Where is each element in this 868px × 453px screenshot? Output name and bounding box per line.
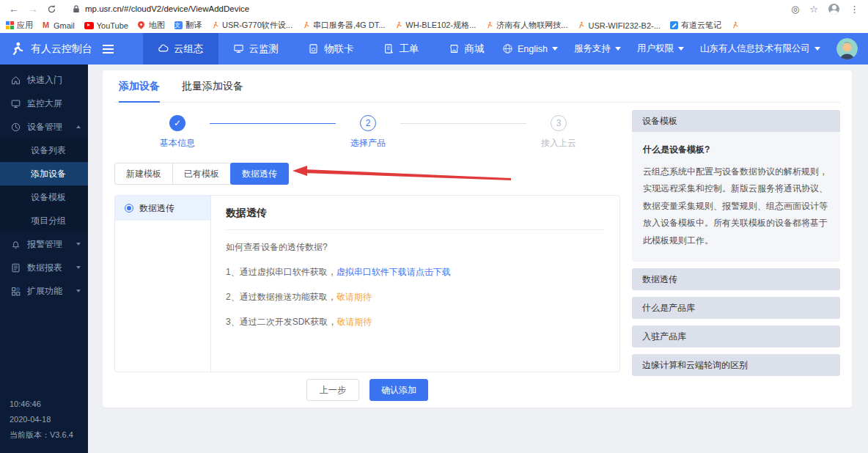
help-panel-header[interactable]: 什么是产品库 bbox=[632, 297, 840, 319]
sidebar-item-quick-start[interactable]: 快速入门 bbox=[0, 68, 88, 92]
screen-icon bbox=[11, 99, 21, 108]
gauge-icon bbox=[11, 122, 21, 132]
nav-mall[interactable]: 商城 bbox=[434, 33, 499, 65]
content-item-1: 1、通过虚拟串口软件获取，虚拟串口软件下载请点击下载 bbox=[226, 266, 605, 279]
bookmark-apps[interactable]: 应用 bbox=[6, 20, 33, 31]
download-link[interactable]: 虚拟串口软件下载请点击下载 bbox=[336, 267, 451, 277]
sidebar-footer: 10:46:46 2020-04-18 当前版本：V3.6.4 bbox=[10, 397, 73, 443]
help-panel-column: 设备模板 什么是设备模板? 云组态系统中配置与设备数据协议的解析规则，实现远程采… bbox=[632, 103, 840, 408]
collapse-menu-icon[interactable] bbox=[103, 45, 114, 54]
page-tabs: 添加设备 批量添加设备 bbox=[114, 70, 840, 103]
browser-profile-icon[interactable] bbox=[828, 4, 839, 15]
bookmark-wh-ble102[interactable]: WH-BLE102-规格... bbox=[394, 20, 476, 31]
step-select-product: 2 选择产品 bbox=[336, 115, 400, 150]
help-panel-header[interactable]: 数据透传 bbox=[632, 268, 840, 290]
passthrough-content: 数据透传 如何查看设备的透传数据? 1、通过虚拟串口软件获取，虚拟串口软件下载请… bbox=[211, 196, 619, 372]
sidebar-item-device-list[interactable]: 设备列表 bbox=[0, 139, 88, 162]
nav-work-order[interactable]: 工单 bbox=[369, 33, 434, 65]
maps-pin-icon bbox=[138, 21, 146, 29]
chevron-down-icon bbox=[678, 47, 684, 51]
browser-back-icon[interactable]: ← bbox=[9, 4, 19, 14]
chevron-down-icon bbox=[76, 290, 81, 292]
sidebar-item-data-report[interactable]: 数据报表 bbox=[0, 256, 88, 279]
sidebar-item-add-device[interactable]: 添加设备 bbox=[0, 162, 88, 185]
bookmark-gmail[interactable]: MGmail bbox=[43, 21, 75, 30]
bookmark-jinan-usr[interactable]: 济南有人物联网技... bbox=[485, 20, 567, 31]
browser-refresh-icon[interactable] bbox=[47, 4, 56, 14]
option-data-passthrough[interactable]: 数据透传 bbox=[115, 196, 210, 221]
translate-icon: 文 bbox=[174, 21, 183, 29]
grid-icon bbox=[11, 287, 21, 296]
new-template-button[interactable]: 新建模板 bbox=[114, 163, 173, 185]
sim-card-icon bbox=[308, 43, 319, 54]
sidebar-item-alarm-management[interactable]: 报警管理 bbox=[0, 232, 88, 256]
tab-add-device[interactable]: 添加设备 bbox=[119, 80, 160, 103]
data-passthrough-button[interactable]: 数据透传 bbox=[230, 163, 289, 185]
store-icon bbox=[449, 43, 460, 54]
add-device-card: 添加设备 批量添加设备 ✓ 基本信息 2 选择产品 bbox=[103, 70, 852, 408]
brand: 有人云控制台 bbox=[0, 41, 124, 57]
bookmark-youdao-note[interactable]: 有道云笔记 bbox=[670, 20, 721, 31]
content-question: 如何查看设备的透传数据? bbox=[226, 241, 605, 254]
chevron-down-icon bbox=[76, 266, 81, 269]
template-type-row: 新建模板 已有模板 数据透传 bbox=[114, 163, 620, 185]
previous-step-button[interactable]: 上一步 bbox=[306, 379, 359, 401]
bookmark-serial-server[interactable]: 串口服务器,4G DT... bbox=[302, 20, 385, 31]
app-header: 有人云控制台 云组态 云监测 物联卡 工单 商城 English 服务支持 bbox=[0, 33, 868, 65]
nav-cloud-scada[interactable]: 云组态 bbox=[143, 33, 218, 65]
existing-template-button[interactable]: 已有模板 bbox=[172, 163, 231, 185]
main-area: 添加设备 批量添加设备 ✓ 基本信息 2 选择产品 bbox=[88, 65, 868, 453]
sidebar-item-device-management[interactable]: 设备管理 bbox=[0, 115, 88, 139]
bookmark-usr-g770[interactable]: USR-G770软件设... bbox=[211, 20, 293, 31]
company-menu[interactable]: 山东有人信息技术有限公司 bbox=[700, 43, 820, 55]
bookmark-usr-wifi232[interactable]: USR-WIFI232-B2-... bbox=[577, 21, 660, 30]
help-panel-header[interactable]: 边缘计算和云端轮询的区别 bbox=[632, 354, 840, 376]
bookmark-youtube[interactable]: YouTube bbox=[84, 21, 128, 30]
browser-forward-icon[interactable]: → bbox=[28, 4, 38, 14]
user-avatar[interactable] bbox=[836, 38, 858, 59]
bell-icon bbox=[11, 240, 21, 249]
stepper: ✓ 基本信息 2 选择产品 3 接入上云 bbox=[114, 103, 620, 154]
help-panel-header[interactable]: 入驻产品库 bbox=[632, 325, 840, 347]
step-connect-cloud: 3 接入上云 bbox=[526, 115, 591, 150]
sidebar-item-device-template[interactable]: 设备模板 bbox=[0, 185, 88, 209]
bookmark-usr-extra[interactable] bbox=[731, 21, 739, 29]
browser-toolbar: ← → mp.usr.cn/#/cloudV2/device/ViewAddDe… bbox=[0, 0, 868, 18]
bookmark-translate[interactable]: 文翻译 bbox=[174, 20, 202, 31]
chevron-down-icon bbox=[76, 243, 81, 246]
youtube-icon bbox=[84, 22, 94, 29]
extension-target-icon[interactable]: ◎ bbox=[791, 4, 799, 15]
browser-chrome: ← → mp.usr.cn/#/cloudV2/device/ViewAddDe… bbox=[0, 0, 868, 33]
coming-soon-note: 敬请期待 bbox=[336, 317, 372, 327]
monitor-icon bbox=[233, 43, 244, 54]
app-nav: 云组态 云监测 物联卡 工单 商城 bbox=[143, 33, 499, 65]
address-bar[interactable]: mp.usr.cn/#/cloudV2/device/ViewAddDevice bbox=[65, 2, 782, 15]
chevron-up-icon bbox=[76, 125, 81, 128]
bookmark-maps[interactable]: 地图 bbox=[138, 20, 165, 31]
language-switcher[interactable]: English bbox=[502, 43, 558, 54]
globe-icon bbox=[502, 43, 513, 54]
wizard-footer: 上一步 确认添加 bbox=[114, 372, 620, 408]
content-item-2: 2、通过数据推送功能获取，敬请期待 bbox=[226, 291, 605, 303]
option-list: 数据透传 bbox=[115, 196, 211, 372]
sidebar-item-extended-functions[interactable]: 扩展功能 bbox=[0, 279, 88, 303]
youdao-icon bbox=[670, 21, 678, 29]
browser-menu-icon[interactable]: ⋮ bbox=[850, 4, 859, 15]
confirm-add-button[interactable]: 确认添加 bbox=[369, 379, 428, 401]
help-panel-header[interactable]: 设备模板 bbox=[632, 110, 840, 132]
nav-cloud-monitor[interactable]: 云监测 bbox=[218, 33, 294, 65]
content-title: 数据透传 bbox=[226, 207, 605, 220]
sidebar-item-monitor-screen[interactable]: 监控大屏 bbox=[0, 92, 88, 115]
help-panel-what-is-product-library: 什么是产品库 bbox=[632, 297, 840, 319]
sidebar-item-project-group[interactable]: 项目分组 bbox=[0, 209, 88, 232]
device-submenu: 设备列表 添加设备 设备模板 项目分组 bbox=[0, 139, 88, 232]
tab-batch-add-device[interactable]: 批量添加设备 bbox=[182, 80, 243, 102]
passthrough-box: 数据透传 数据透传 如何查看设备的透传数据? 1、通过虚拟串口软件获取，虚拟串口… bbox=[114, 195, 620, 372]
bookmark-star-icon[interactable]: ☆ bbox=[809, 4, 818, 15]
user-permission-menu[interactable]: 用户权限 bbox=[637, 43, 684, 55]
service-support-menu[interactable]: 服务支持 bbox=[574, 43, 621, 55]
help-panel-join-product-library: 入驻产品库 bbox=[632, 325, 840, 347]
help-panel-edge-vs-cloud-polling: 边缘计算和云端轮询的区别 bbox=[632, 354, 840, 376]
nav-iot-card[interactable]: 物联卡 bbox=[293, 33, 369, 65]
content-item-3: 3、通过二次开发SDK获取，敬请期待 bbox=[226, 316, 605, 328]
